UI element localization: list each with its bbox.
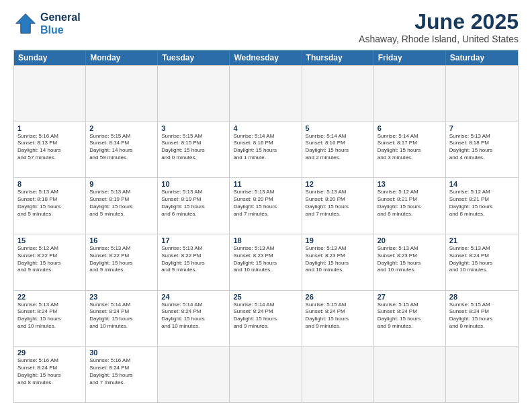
day-info-line: Daylight: 15 hours	[17, 316, 82, 323]
day-info-line: Sunset: 8:19 PM	[89, 196, 154, 203]
day-number: 1	[17, 124, 82, 132]
day-info-line: Daylight: 15 hours	[233, 316, 298, 323]
calendar-day-27: 27Sunrise: 5:15 AMSunset: 8:24 PMDayligh…	[374, 291, 446, 347]
day-info-line: Daylight: 15 hours	[89, 260, 154, 267]
day-info-line: Daylight: 15 hours	[449, 147, 515, 154]
day-info-line: Sunrise: 5:13 AM	[161, 245, 226, 253]
day-info-line: and 10 minutes.	[161, 323, 226, 330]
calendar-day-8: 8Sunrise: 5:13 AMSunset: 8:18 PMDaylight…	[14, 178, 86, 234]
calendar-day-2: 2Sunrise: 5:15 AMSunset: 8:14 PMDaylight…	[86, 122, 158, 178]
day-info-line: Sunrise: 5:13 AM	[233, 189, 298, 196]
day-info-line: Daylight: 15 hours	[233, 147, 298, 154]
day-number: 22	[17, 293, 82, 301]
calendar-week-4: 15Sunrise: 5:12 AMSunset: 8:22 PMDayligh…	[14, 234, 518, 290]
day-number: 20	[378, 236, 442, 244]
calendar-day-empty	[86, 66, 158, 122]
day-info-line: Sunrise: 5:15 AM	[306, 302, 370, 309]
day-number: 13	[378, 180, 442, 188]
day-info-line: Daylight: 15 hours	[161, 147, 226, 154]
calendar-day-empty	[158, 66, 230, 122]
calendar-day-empty	[374, 347, 446, 402]
calendar-day-18: 18Sunrise: 5:13 AMSunset: 8:23 PMDayligh…	[230, 234, 302, 290]
day-info-line: Sunrise: 5:15 AM	[89, 133, 154, 140]
day-info-line: and 59 minutes.	[89, 154, 154, 162]
day-number: 21	[449, 236, 515, 244]
day-info-line: Sunrise: 5:15 AM	[378, 302, 442, 309]
day-number: 16	[89, 236, 154, 244]
day-info-line: and 6 minutes.	[161, 211, 226, 218]
day-info-line: Sunset: 8:24 PM	[161, 308, 226, 316]
day-info-line: Sunrise: 5:13 AM	[161, 189, 226, 196]
day-of-week-saturday: Saturday	[446, 50, 518, 65]
day-info-line: Sunrise: 5:13 AM	[17, 189, 82, 196]
calendar-day-13: 13Sunrise: 5:12 AMSunset: 8:21 PMDayligh…	[374, 178, 446, 234]
calendar-week-3: 8Sunrise: 5:13 AMSunset: 8:18 PMDaylight…	[14, 177, 518, 234]
calendar-day-29: 29Sunrise: 5:16 AMSunset: 8:24 PMDayligh…	[14, 347, 86, 402]
logo-icon	[13, 11, 38, 36]
day-info-line: Sunrise: 5:13 AM	[17, 302, 82, 309]
day-info-line: Sunset: 8:22 PM	[161, 253, 226, 260]
calendar-day-7: 7Sunrise: 5:13 AMSunset: 8:18 PMDaylight…	[446, 122, 518, 178]
day-info-line: Daylight: 15 hours	[233, 260, 298, 267]
day-info-line: Sunset: 8:17 PM	[378, 140, 442, 147]
day-number: 25	[233, 293, 298, 301]
day-info-line: Sunset: 8:16 PM	[233, 140, 298, 147]
day-number: 26	[306, 293, 370, 301]
day-info-line: Daylight: 15 hours	[89, 372, 154, 379]
day-info-line: Sunrise: 5:13 AM	[306, 189, 370, 196]
subtitle: Ashaway, Rhode Island, United States	[359, 34, 519, 44]
day-number: 9	[89, 180, 154, 188]
day-number: 30	[89, 349, 154, 357]
calendar-day-28: 28Sunrise: 5:15 AMSunset: 8:24 PMDayligh…	[446, 291, 518, 347]
day-info-line: Daylight: 15 hours	[306, 203, 370, 211]
day-info-line: Sunset: 8:21 PM	[449, 196, 515, 203]
day-number: 11	[233, 180, 298, 188]
day-info-line: Daylight: 15 hours	[161, 260, 226, 267]
day-info-line: and 9 minutes.	[161, 267, 226, 274]
calendar-day-empty	[230, 347, 302, 402]
calendar-day-empty	[230, 66, 302, 122]
day-info-line: and 9 minutes.	[233, 323, 298, 330]
day-info-line: Daylight: 15 hours	[378, 316, 442, 323]
day-number: 3	[161, 124, 226, 132]
day-info-line: Daylight: 15 hours	[161, 203, 226, 211]
day-info-line: and 5 minutes.	[17, 211, 82, 218]
month-title: June 2025	[359, 11, 519, 32]
day-number: 24	[161, 293, 226, 301]
day-info-line: Sunset: 8:24 PM	[89, 365, 154, 372]
day-info-line: and 7 minutes.	[233, 211, 298, 218]
day-info-line: Sunrise: 5:14 AM	[89, 302, 154, 309]
day-info-line: Sunset: 8:22 PM	[17, 253, 82, 260]
calendar-day-16: 16Sunrise: 5:13 AMSunset: 8:22 PMDayligh…	[86, 234, 158, 290]
day-info-line: Sunset: 8:24 PM	[449, 253, 515, 260]
day-info-line: and 8 minutes.	[449, 211, 515, 218]
day-info-line: Daylight: 15 hours	[306, 316, 370, 323]
day-info-line: Daylight: 15 hours	[306, 260, 370, 267]
calendar-week-1	[14, 65, 518, 122]
day-info-line: Sunset: 8:23 PM	[233, 253, 298, 260]
day-info-line: Sunset: 8:20 PM	[306, 196, 370, 203]
day-info-line: Sunrise: 5:13 AM	[449, 133, 515, 140]
day-info-line: Sunset: 8:14 PM	[89, 140, 154, 147]
day-info-line: Sunrise: 5:16 AM	[89, 357, 154, 365]
calendar-week-2: 1Sunrise: 5:16 AMSunset: 8:13 PMDaylight…	[14, 122, 518, 178]
day-info-line: and 10 minutes.	[378, 267, 442, 274]
day-info-line: Sunset: 8:15 PM	[161, 140, 226, 147]
calendar-day-26: 26Sunrise: 5:15 AMSunset: 8:24 PMDayligh…	[302, 291, 374, 347]
day-info-line: Sunset: 8:13 PM	[17, 140, 82, 147]
calendar-day-15: 15Sunrise: 5:12 AMSunset: 8:22 PMDayligh…	[14, 234, 86, 290]
calendar-day-14: 14Sunrise: 5:12 AMSunset: 8:21 PMDayligh…	[446, 178, 518, 234]
day-info-line: Sunset: 8:16 PM	[306, 140, 370, 147]
day-info-line: Sunset: 8:24 PM	[306, 308, 370, 316]
day-info-line: Sunset: 8:21 PM	[378, 196, 442, 203]
day-info-line: Sunrise: 5:13 AM	[89, 189, 154, 196]
day-info-line: Daylight: 15 hours	[449, 260, 515, 267]
day-info-line: and 7 minutes.	[89, 379, 154, 387]
calendar-day-25: 25Sunrise: 5:14 AMSunset: 8:24 PMDayligh…	[230, 291, 302, 347]
day-info-line: Sunset: 8:24 PM	[89, 308, 154, 316]
day-info-line: and 9 minutes.	[89, 267, 154, 274]
day-info-line: and 10 minutes.	[89, 323, 154, 330]
header: General Blue June 2025 Ashaway, Rhode Is…	[13, 11, 519, 44]
day-info-line: Daylight: 15 hours	[378, 147, 442, 154]
day-of-week-sunday: Sunday	[14, 50, 86, 65]
